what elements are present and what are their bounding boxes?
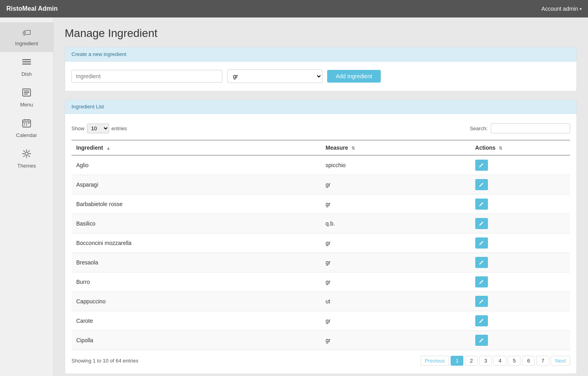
table-header-row: Ingredient ▲ Measure ⇅ Actions ⇅ xyxy=(71,140,570,155)
svg-line-24 xyxy=(24,156,25,156)
cell-ingredient: Barbabietole rosse xyxy=(71,195,321,214)
table-row: Basilicoq.b. xyxy=(71,214,570,233)
entries-select[interactable]: 10 25 50 100 xyxy=(87,123,109,133)
sidebar-item-label: Themes xyxy=(17,163,36,169)
search-box: Search: xyxy=(470,123,570,133)
svg-rect-15 xyxy=(26,125,27,125)
svg-rect-14 xyxy=(24,125,25,125)
column-header-actions[interactable]: Actions ⇅ xyxy=(470,140,570,155)
pagination: Previous 1 2 3 4 5 6 7 Next xyxy=(420,356,570,366)
table-row: Bresaolagr xyxy=(71,253,570,272)
sidebar-item-label: Dish xyxy=(21,71,32,77)
create-ingredient-card: Create a new ingredient gr spicchio q.b.… xyxy=(65,47,577,91)
edit-button[interactable] xyxy=(475,199,488,210)
sort-icon-measure: ⇅ xyxy=(351,146,355,150)
page-button-3[interactable]: 3 xyxy=(479,356,492,366)
cell-ingredient: Cipolla xyxy=(71,331,321,350)
edit-button[interactable] xyxy=(475,160,488,171)
ingredient-input[interactable] xyxy=(71,70,222,83)
column-header-ingredient[interactable]: Ingredient ▲ xyxy=(71,140,321,155)
cell-actions xyxy=(470,214,570,233)
page-button-2[interactable]: 2 xyxy=(465,356,478,366)
svg-line-21 xyxy=(24,151,25,152)
svg-rect-12 xyxy=(26,123,27,124)
column-header-measure[interactable]: Measure ⇅ xyxy=(321,140,470,155)
page-button-4[interactable]: 4 xyxy=(494,356,506,366)
edit-button[interactable] xyxy=(475,296,488,307)
sidebar-item-ingredient[interactable]: 🏷 Ingredient xyxy=(0,22,53,52)
table-row: Agliospicchio xyxy=(71,155,570,175)
edit-button[interactable] xyxy=(475,335,488,346)
svg-rect-1 xyxy=(22,62,31,63)
cell-measure: gr xyxy=(321,233,470,253)
sidebar-item-dish[interactable]: Dish xyxy=(0,52,53,83)
svg-rect-10 xyxy=(28,119,29,121)
measure-select[interactable]: gr spicchio q.b. ut ml lt kg cl n xyxy=(227,69,322,83)
pagination-row: Showing 1 to 10 of 64 entries Previous 1… xyxy=(71,356,570,366)
edit-button[interactable] xyxy=(475,179,488,190)
sidebar-item-calendar[interactable]: Calendar xyxy=(0,113,53,144)
cell-measure: spicchio xyxy=(321,155,470,175)
cell-ingredient: Burro xyxy=(71,272,321,292)
edit-button[interactable] xyxy=(475,218,488,229)
cell-ingredient: Cappuccino xyxy=(71,292,321,311)
search-input[interactable] xyxy=(491,123,570,133)
edit-button[interactable] xyxy=(475,276,488,287)
edit-button[interactable] xyxy=(475,237,488,249)
account-label: Account admin xyxy=(541,6,578,12)
cell-actions xyxy=(470,292,570,311)
svg-rect-0 xyxy=(22,59,31,60)
cell-measure: gr xyxy=(321,175,470,195)
svg-point-16 xyxy=(25,152,28,155)
previous-button[interactable]: Previous xyxy=(420,356,449,366)
cell-ingredient: Aglio xyxy=(71,155,321,175)
page-button-6[interactable]: 6 xyxy=(522,356,535,366)
cell-measure: ut xyxy=(321,292,470,311)
table-row: Carotegr xyxy=(71,311,570,331)
search-label: Search: xyxy=(470,125,488,131)
ingredient-list-header: Ingredient List xyxy=(65,100,576,114)
show-entries: Show 10 25 50 100 entries xyxy=(71,123,127,133)
cell-measure: q.b. xyxy=(321,214,470,233)
table-row: Barbabietole rossegr xyxy=(71,195,570,214)
cell-actions xyxy=(470,311,570,331)
themes-icon xyxy=(22,149,31,160)
svg-line-22 xyxy=(29,156,29,156)
layout: 🏷 Ingredient Dish Me xyxy=(0,17,588,376)
page-button-7[interactable]: 7 xyxy=(536,356,549,366)
table-row: Asparagigr xyxy=(71,175,570,195)
table-row: Cappuccinout xyxy=(71,292,570,311)
sidebar-item-menu[interactable]: Menu xyxy=(0,83,53,113)
cell-measure: gr xyxy=(321,253,470,272)
cell-actions xyxy=(470,195,570,214)
svg-rect-5 xyxy=(24,92,29,93)
table-controls: Show 10 25 50 100 entries Search: xyxy=(71,122,570,135)
cell-ingredient: Bocconcini mozzarella xyxy=(71,233,321,253)
svg-line-23 xyxy=(29,151,29,152)
table-body: Agliospicchio Asparagigr Barbabietole ro… xyxy=(71,155,570,350)
chevron-down-icon: ▾ xyxy=(580,7,582,11)
sidebar-item-themes[interactable]: Themes xyxy=(0,144,53,174)
cell-actions xyxy=(470,155,570,175)
cell-actions xyxy=(470,253,570,272)
svg-rect-4 xyxy=(24,91,29,91)
page-button-1[interactable]: 1 xyxy=(451,356,463,366)
main-content: Manage Ingredient Create a new ingredien… xyxy=(54,17,588,376)
page-button-5[interactable]: 5 xyxy=(508,356,521,366)
page-title: Manage Ingredient xyxy=(65,27,577,40)
next-button[interactable]: Next xyxy=(551,356,570,366)
edit-button[interactable] xyxy=(475,315,488,326)
svg-rect-9 xyxy=(25,119,25,121)
svg-rect-8 xyxy=(23,121,31,122)
cell-actions xyxy=(470,272,570,292)
cell-actions xyxy=(470,331,570,350)
edit-button[interactable] xyxy=(475,257,488,268)
cell-actions xyxy=(470,175,570,195)
create-card-body: gr spicchio q.b. ut ml lt kg cl n Add In… xyxy=(65,62,576,91)
svg-rect-6 xyxy=(24,94,28,94)
add-ingredient-button[interactable]: Add Ingredient xyxy=(327,70,381,83)
tag-icon: 🏷 xyxy=(22,28,31,38)
app-title: RistoMeal Admin xyxy=(6,5,58,12)
account-menu[interactable]: Account admin ▾ xyxy=(541,6,582,12)
topbar: RistoMeal Admin Account admin ▾ xyxy=(0,0,588,17)
